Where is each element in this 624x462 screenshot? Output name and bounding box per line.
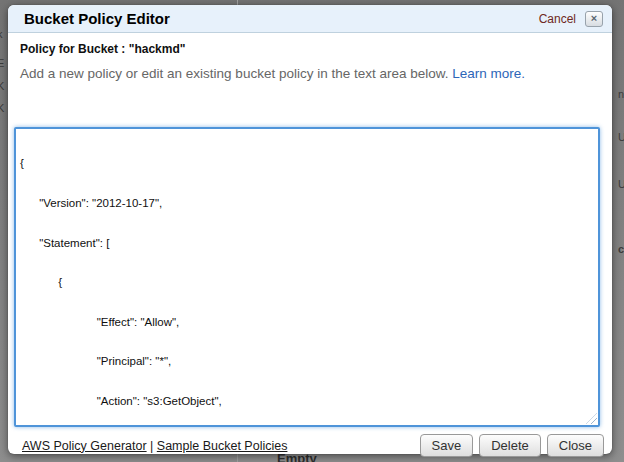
policy-description: Add a new policy or edit an existing buc…: [20, 66, 606, 81]
policy-line: "Statement": [: [20, 237, 594, 250]
footer-links: AWS Policy Generator | Sample Bucket Pol…: [22, 439, 414, 453]
policy-line: "Principal": "*",: [20, 355, 594, 368]
dialog-title: Bucket Policy Editor: [24, 10, 539, 27]
backdrop-text-fragment: k: [0, 28, 3, 40]
policy-line: {: [20, 157, 594, 170]
policy-line: "Effect": "Allow",: [20, 316, 594, 329]
backdrop-text-fragment: K: [0, 80, 4, 92]
resize-handle-icon[interactable]: [586, 413, 597, 424]
delete-button[interactable]: Delete: [479, 434, 541, 457]
learn-more-link[interactable]: Learn more.: [452, 66, 525, 81]
backdrop-text-fragment: E: [0, 57, 4, 69]
bucket-policy-editor-dialog: Bucket Policy Editor Cancel × Policy for…: [8, 5, 612, 454]
dialog-footer: AWS Policy Generator | Sample Bucket Pol…: [14, 434, 606, 457]
dialog-header: Bucket Policy Editor Cancel ×: [8, 5, 612, 33]
dialog-body: Policy for Bucket : "hackmd" Add a new p…: [8, 33, 612, 457]
description-text: Add a new policy or edit an existing buc…: [20, 66, 449, 81]
backdrop-text-fragment: U: [618, 178, 624, 190]
backdrop-text-fragment: c: [618, 243, 624, 255]
close-dialog-button[interactable]: Close: [547, 434, 604, 457]
backdrop-text-fragment: n: [618, 88, 624, 100]
policy-line: {: [20, 276, 594, 289]
backdrop-text-fragment: K: [0, 102, 4, 114]
policy-line: "Action": "s3:GetObject",: [20, 395, 594, 408]
bucket-name-subtitle: Policy for Bucket : "hackmd": [20, 42, 606, 56]
link-separator: |: [150, 439, 153, 453]
close-button[interactable]: ×: [585, 11, 603, 27]
policy-textarea[interactable]: { "Version": "2012-10-17", "Statement": …: [14, 127, 600, 427]
aws-policy-generator-link[interactable]: AWS Policy Generator: [22, 439, 147, 453]
save-button[interactable]: Save: [420, 434, 474, 457]
cancel-link[interactable]: Cancel: [539, 12, 576, 26]
sample-bucket-policies-link[interactable]: Sample Bucket Policies: [157, 439, 288, 453]
policy-line: "Version": "2012-10-17",: [20, 197, 594, 210]
close-icon: ×: [591, 13, 597, 24]
backdrop-text-fragment: U: [618, 131, 624, 143]
